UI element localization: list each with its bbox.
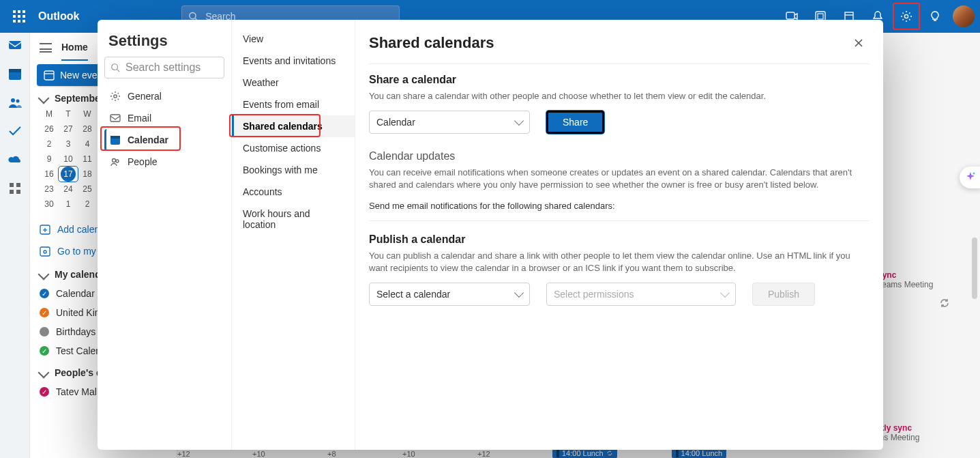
brand-label[interactable]: Outlook [38,10,79,23]
calendar-checkbox-icon[interactable] [40,308,49,317]
svg-rect-22 [40,247,50,256]
mini-calendar-day[interactable]: 11 [78,152,97,167]
mini-calendar-day[interactable]: 24 [59,182,78,197]
share-calendar-select[interactable]: Calendar [369,111,530,134]
gear-icon [110,91,121,102]
publish-calendar-select[interactable]: Select a calendar [369,283,530,306]
mini-calendar-day[interactable]: 10 [59,152,78,167]
settings-categories: Settings Search settings General Email C… [98,20,232,450]
mini-calendar-day[interactable]: 25 [78,182,97,197]
calendar-item-label: Birthdays [56,326,95,337]
chevron-down-icon [720,288,730,298]
svg-point-7 [904,14,908,18]
copilot-fab-icon[interactable] [960,167,980,188]
svg-point-24 [973,173,975,175]
mini-calendar-day[interactable]: 1 [59,197,78,212]
category-general[interactable]: General [104,85,224,107]
subnav-bookings[interactable]: Bookings with me [232,159,355,181]
svg-rect-2 [786,12,795,19]
settings-gear-icon[interactable] [893,3,920,30]
mail-icon [110,113,121,124]
people-icon [110,156,121,167]
mini-calendar-day[interactable]: 27 [59,121,78,137]
subnav-customise-actions[interactable]: Customise actions [232,137,355,159]
mini-calendar-day[interactable]: 2 [78,197,97,212]
mini-calendar-day[interactable]: 16 [40,167,59,182]
event-peek[interactable]: sync Teams Meeting [878,270,966,289]
subnav-view[interactable]: View [232,28,355,50]
subnav-events-invitations[interactable]: Events and invitations [232,50,355,72]
chevron-down-icon [38,93,50,104]
mini-calendar-day[interactable]: 3 [59,137,78,152]
subnav-events-from-email[interactable]: Events from email [232,94,355,115]
search-settings[interactable]: Search settings [104,57,224,78]
settings-title: Settings [104,29,224,57]
category-calendar[interactable]: Calendar [104,129,224,151]
svg-line-26 [117,70,120,72]
svg-rect-4 [818,14,823,19]
mini-calendar-day[interactable]: 26 [40,121,59,137]
mini-calendar-day[interactable]: 9 [40,152,59,167]
mini-calendar-day[interactable]: 4 [78,137,97,152]
calendar-checkbox-icon[interactable] [40,346,49,356]
svg-point-12 [16,100,19,103]
publish-permissions-select[interactable]: Select permissions [546,283,736,306]
category-people[interactable]: People [104,151,224,173]
subnav-weather[interactable]: Weather [232,72,355,94]
settings-modal: Settings Search settings General Email C… [98,20,883,450]
mini-calendar-day[interactable]: 30 [40,197,59,212]
mini-calendar-day[interactable]: 23 [40,182,59,197]
settings-subnav: View Events and invitations Weather Even… [232,20,355,450]
recurrence-icon [606,450,613,457]
mini-calendar-day[interactable]: 2 [40,137,59,152]
close-button[interactable] [848,32,870,54]
account-avatar[interactable] [953,5,975,27]
tab-home[interactable]: Home [61,42,88,61]
onedrive-module-icon[interactable] [7,152,23,168]
subnav-work-hours[interactable]: Work hours and location [232,203,355,235]
left-rail [0,33,30,458]
month-label: September [55,93,104,104]
mini-calendar-day[interactable]: 28 [78,121,97,137]
chevron-down-icon [514,288,524,298]
chevron-down-icon [38,367,50,379]
calendar-module-icon[interactable] [7,66,23,82]
category-email[interactable]: Email [104,107,224,129]
lunch-chip[interactable]: 14:00 Lunch [672,448,727,458]
svg-rect-30 [110,136,120,139]
calendar-add-icon [40,224,50,235]
svg-point-25 [112,64,118,70]
svg-rect-10 [9,69,21,72]
svg-rect-16 [16,190,20,194]
close-icon [853,38,864,48]
todo-module-icon[interactable] [7,123,23,139]
calendar-checkbox-icon[interactable] [40,327,49,337]
share-button[interactable]: Share [546,111,604,134]
app-launcher-icon[interactable] [5,3,33,30]
mini-calendar-day[interactable]: 18 [78,167,97,182]
lunch-chip[interactable]: 14:00 Lunch [552,448,617,458]
share-section-title: Share a calendar [369,74,870,86]
publish-button[interactable]: Publish [752,283,815,306]
subnav-shared-calendars[interactable]: Shared calendars [232,115,355,137]
mini-calendar-day[interactable]: 17 [59,167,78,182]
svg-point-0 [190,12,196,18]
svg-rect-13 [10,183,14,187]
mail-module-icon[interactable] [7,37,23,53]
share-section-desc: You can share a calendar with other peop… [369,90,870,102]
calendar-checkbox-icon[interactable] [40,387,49,397]
hamburger-icon[interactable] [40,43,52,53]
search-settings-placeholder: Search settings [125,61,201,74]
svg-rect-28 [110,115,120,121]
people-module-icon[interactable] [7,94,23,111]
more-apps-icon[interactable] [7,180,23,197]
updates-section-title: Calendar updates [369,150,870,162]
calendar-plus-icon [44,70,55,81]
scrollbar[interactable] [972,238,977,299]
svg-rect-8 [9,41,21,49]
calendar-checkbox-icon[interactable] [40,289,49,298]
subnav-accounts[interactable]: Accounts [232,181,355,203]
settings-panel: Shared calendars Share a calendar You ca… [355,20,883,450]
panel-heading: Shared calendars [369,34,494,52]
tips-lightbulb-icon[interactable] [921,3,949,30]
